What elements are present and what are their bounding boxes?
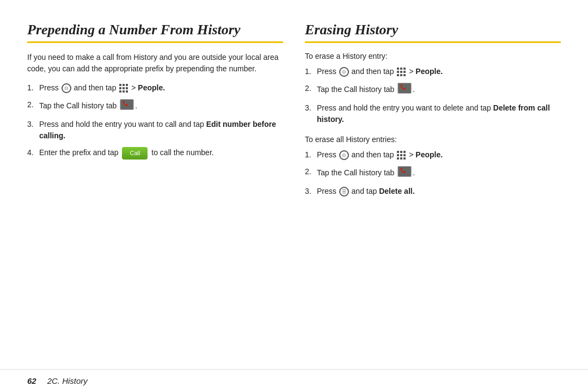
svg-rect-29 [400,157,402,160]
svg-rect-16 [403,71,406,73]
svg-rect-8 [126,90,128,93]
call-button: Call [122,147,148,160]
right1-step-2: 2. Tap the Call history tab . [305,83,561,97]
step-num: 1. [27,82,39,94]
step-content: Press ☰ and tap Delete all. [317,186,561,197]
step-content: Press and hold the entry you want to cal… [39,119,283,142]
left-steps: 1. Press ⊙ and then tap [27,82,283,160]
call-tab-icon [397,83,412,97]
svg-rect-5 [126,87,128,89]
svg-rect-1 [122,84,125,86]
page: Prepending a Number From History If you … [0,0,588,392]
step-num: 2. [305,83,317,94]
step-content: Press and hold the entry you want to del… [317,102,561,125]
step-content: Enter the prefix and tap Call to call th… [39,147,283,160]
left-step-2: 2. Tap the Call history tab . [27,99,283,113]
svg-rect-4 [122,87,125,89]
grid-icon [396,150,406,160]
step-content: Tap the Call history tab . [317,166,561,180]
svg-rect-25 [397,154,399,156]
right-column: Erasing History To erase a History entry… [305,22,561,358]
call-tab-icon [120,99,134,113]
svg-rect-13 [403,68,406,70]
home-icon: ⊙ [339,150,349,160]
left-step-1: 1. Press ⊙ and then tap [27,82,283,94]
svg-rect-2 [126,84,128,86]
step-content: Press ⊙ and then tap [317,66,561,77]
svg-rect-14 [397,71,399,73]
right-steps-2: 1. Press ⊙ and then tap [305,149,561,197]
footer: 62 2C. History [0,369,588,392]
svg-rect-3 [119,87,121,89]
svg-rect-24 [403,151,406,153]
grid-icon [396,67,406,77]
menu-icon: ☰ [339,187,349,197]
right-divider [305,41,561,43]
svg-rect-7 [122,90,125,93]
grid-icon [119,83,128,93]
home-icon: ⊙ [339,67,349,77]
svg-rect-28 [397,157,399,160]
svg-rect-11 [397,68,399,70]
svg-rect-27 [403,154,406,156]
left-column: Prepending a Number From History If you … [27,22,283,358]
people-bold: People. [415,67,443,76]
left-intro: If you need to make a call from History … [27,52,283,75]
right2-step-2: 2. Tap the Call history tab . [305,166,561,180]
people-bold: People. [415,150,443,159]
home-icon: ⊙ [62,83,71,93]
svg-rect-17 [397,74,399,76]
step-num: 3. [305,186,317,197]
delete-all-bold: Delete all. [379,187,414,195]
footer-section: 2C. History [47,376,88,385]
call-tab-icon [397,166,412,180]
footer-page: 62 [27,376,36,385]
svg-rect-18 [400,74,402,76]
step-content: Tap the Call history tab . [39,99,283,113]
step-content: Tap the Call history tab . [317,83,561,97]
left-divider [27,41,283,43]
svg-rect-22 [397,151,399,153]
step-num: 4. [27,147,39,158]
svg-rect-26 [400,154,402,156]
right1-step-3: 3. Press and hold the entry you want to … [305,102,561,125]
step-num: 2. [27,99,39,111]
right1-step-1: 1. Press ⊙ and then tap [305,66,561,77]
svg-rect-19 [403,74,406,76]
delete-from-bold: Delete from call history. [317,103,550,124]
svg-rect-23 [400,151,402,153]
step-content: Press ⊙ and then tap [317,149,561,161]
edit-number-bold: Edit number before calling. [39,120,276,140]
svg-rect-12 [400,68,402,70]
subsection1-label: To erase a History entry: [305,52,561,60]
left-step-3: 3. Press and hold the entry you want to … [27,119,283,142]
svg-rect-30 [403,157,406,160]
right2-step-3: 3. Press ☰ and tap Delete all. [305,186,561,197]
svg-rect-15 [400,71,402,73]
main-content: Prepending a Number From History If you … [0,0,588,369]
right2-step-1: 1. Press ⊙ and then tap [305,149,561,161]
svg-rect-6 [119,90,121,93]
right-title: Erasing History [305,22,561,38]
step-num: 1. [305,66,317,77]
step-num: 2. [305,166,317,177]
svg-rect-0 [119,84,121,86]
subsection2-label: To erase all History entries: [305,135,561,144]
left-title: Prepending a Number From History [27,22,283,38]
step-content: Press ⊙ and then tap [39,82,283,94]
step-num: 3. [27,119,39,130]
people-bold: People. [138,83,165,92]
step-num: 1. [305,149,317,161]
right-steps-1: 1. Press ⊙ and then tap [305,66,561,125]
step-num: 3. [305,102,317,114]
left-step-4: 4. Enter the prefix and tap Call to call… [27,147,283,160]
